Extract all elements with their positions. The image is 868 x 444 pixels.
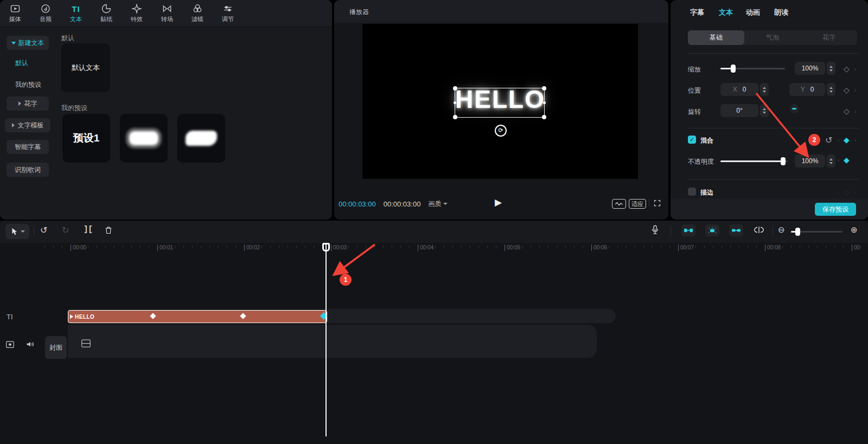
selection-handle[interactable] [453,115,457,119]
player-header [334,0,668,23]
delete-icon[interactable] [104,226,113,235]
toolbar-transition[interactable]: 转场 [152,3,182,23]
toolbar-effects[interactable]: 特效 [122,3,152,23]
default-text-card[interactable]: 默认文本 [61,43,110,92]
toolbar-media[interactable]: 媒体 [0,3,30,23]
tab-text[interactable]: 文本 [719,8,733,17]
main-track-magnet-button[interactable] [681,224,695,236]
play-button[interactable]: ▶ [495,197,502,208]
ruler-label: 00:06 [591,244,607,251]
position-x-field[interactable]: X 0 [720,83,758,96]
position-y-field[interactable]: Y 0 [789,83,825,96]
sidebar-item-fancy-text[interactable]: 花字 [7,96,49,111]
timeline-zoom-slider[interactable] [791,231,843,233]
subtab-bubble[interactable]: 气泡 [744,30,801,45]
film-strip-icon [81,339,91,348]
check-icon: ✓ [690,136,694,143]
sidebar-item-text-templates[interactable]: 文字模板 [5,118,50,132]
cover-button[interactable]: 封面 [45,336,67,359]
toolbar-sticker[interactable]: 贴纸 [91,3,122,23]
sidebar-item-default[interactable]: 默认 [15,59,28,68]
slider-fill [720,160,783,162]
sidebar-item-smart-subtitles[interactable]: 智能字幕 [7,140,49,154]
split-icon[interactable]: ][ [84,225,93,234]
chevron-left-icon: ‹ [838,157,840,163]
track-display-toggle-icon[interactable] [6,341,14,348]
glow-text-thumbnail [129,131,158,145]
slider-thumb[interactable] [781,157,786,165]
scale-stepper[interactable] [827,62,835,75]
opacity-stepper[interactable] [827,155,835,168]
opacity-slider[interactable] [720,160,788,162]
position-y-stepper[interactable] [827,83,835,96]
rotation-value-field[interactable]: 0° [720,104,758,117]
sidebar-item-recognize-lyrics[interactable]: 识别歌词 [7,163,49,177]
divider [34,226,34,237]
select-tool-button[interactable] [5,224,29,239]
position-keyframe-icon[interactable]: ◇ [844,86,850,94]
fullscreen-icon[interactable] [653,199,661,207]
subtab-fancy[interactable]: 花字 [801,30,857,45]
toolbar-adjust[interactable]: 调节 [213,3,243,23]
redo-icon[interactable]: ↻ [62,225,69,235]
tab-subtitle[interactable]: 字幕 [690,8,704,17]
rotate-handle-icon[interactable]: ⟳ [495,125,507,137]
toolbar-audio[interactable]: 音频 [30,3,61,23]
slider-thumb[interactable] [795,228,800,236]
chevron-right-icon [18,101,21,106]
blend-checkbox[interactable]: ✓ [688,136,696,144]
slider-thumb[interactable] [731,65,736,73]
preset-card-3[interactable] [177,114,225,163]
step-down-icon [829,69,833,72]
waveform-toggle-icon[interactable] [612,199,626,209]
cover-label: 封面 [49,343,62,352]
zoom-out-icon[interactable]: ⊖ [778,225,785,235]
opacity-value-field[interactable]: 100% [795,155,825,168]
scale-value-field[interactable]: 100% [795,62,825,75]
preview-axis-icon[interactable] [754,226,764,234]
scale-slider[interactable] [720,68,785,69]
timeline-ruler[interactable]: 00:00 00:01 00:02 00:03 00:04 00:05 00:0… [0,243,868,255]
total-time: 00:00:03:00 [384,200,421,208]
main-track-row[interactable] [68,325,597,358]
blend-keyframe-icon[interactable]: ◆ [844,136,850,144]
rotation-stepper[interactable] [760,104,769,117]
zoom-in-icon[interactable]: ⊕ [851,225,858,235]
text-clip-hello[interactable]: HELLO [68,310,327,323]
subtab-basic[interactable]: 基础 [688,30,744,45]
playhead-line[interactable] [326,243,327,436]
auto-snap-button[interactable] [705,224,719,236]
tab-animation[interactable]: 动画 [746,8,760,17]
link-preview-button[interactable] [729,224,743,236]
sidebar-item-my-presets[interactable]: 我的预设 [15,80,41,89]
rotation-knob[interactable] [790,104,799,113]
position-x-stepper[interactable] [760,83,769,96]
save-preset-button[interactable]: 保存预设 [815,203,856,216]
preset-card-1[interactable]: 预设1 [62,114,110,163]
selection-handle[interactable] [542,86,546,91]
scale-keyframe-icon[interactable]: ◇ [844,65,850,73]
toolbar-filter[interactable]: 滤镜 [182,3,213,23]
opacity-keyframe-icon[interactable]: ◆ [844,156,850,164]
stroke-keyframe-icon[interactable]: ◇ [844,188,850,196]
selection-handle[interactable] [454,101,456,104]
microphone-icon[interactable] [651,224,659,235]
quality-dropdown[interactable]: 画质 [428,200,448,209]
reset-icon[interactable]: ↺ [825,135,832,145]
stroke-checkbox[interactable] [688,188,696,196]
selection-handle[interactable] [543,101,546,104]
selection-box[interactable] [455,88,545,118]
rotation-keyframe-icon[interactable]: ◇ [844,107,850,115]
fit-button[interactable]: 适应 [629,199,646,209]
playhead-handle[interactable] [322,243,330,252]
selection-handle[interactable] [453,86,457,91]
tab-read-aloud[interactable]: 朗读 [774,8,788,17]
undo-icon[interactable]: ↺ [40,225,47,235]
video-canvas[interactable]: HELLO ⟳ [362,24,638,179]
sidebar-item-new-text[interactable]: 新建文本 [7,36,49,50]
toolbar-text[interactable]: TI 文本 [61,3,91,23]
mute-track-icon[interactable] [26,340,35,348]
filter-icon [192,3,203,14]
selection-handle[interactable] [542,115,546,119]
preset-card-2[interactable] [120,114,168,163]
